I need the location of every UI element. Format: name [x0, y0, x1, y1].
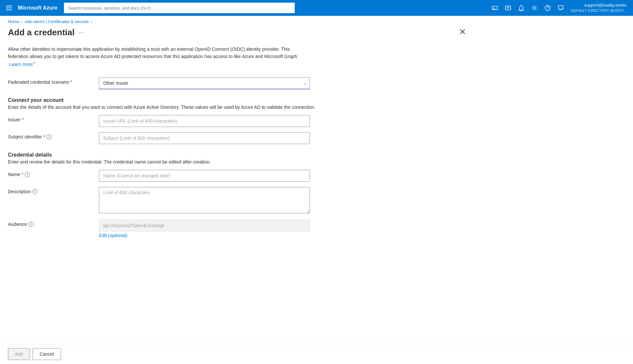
subject-identifier-input-wrapper [99, 132, 310, 144]
subject-info-icon[interactable]: i [46, 134, 52, 139]
page-title: Add a credential [8, 27, 75, 38]
svg-rect-1 [6, 8, 12, 8]
page-description: Allow other identities to impersonate th… [8, 46, 305, 68]
notifications-icon[interactable] [515, 2, 527, 14]
external-link-icon: ↗ [33, 61, 36, 65]
federated-scenario-row: Federated credential scenario * Other is… [8, 77, 467, 89]
federated-scenario-label: Federated credential scenario * [8, 77, 94, 85]
issuer-row: Issuer * [8, 115, 467, 127]
brand-name: Microsoft Azure [18, 5, 57, 11]
connect-account-desc: Enter the details of the account that yo… [8, 105, 467, 110]
audience-input [99, 220, 310, 231]
name-input[interactable] [99, 170, 310, 182]
description-textarea[interactable] [99, 187, 310, 213]
credential-details-title: Credential details [8, 152, 467, 158]
search-input[interactable] [64, 3, 295, 13]
required-star-name: * [21, 172, 23, 177]
cloud-shell-icon[interactable] [489, 2, 501, 14]
required-star-subject: * [44, 134, 45, 139]
audience-info-icon[interactable]: i [28, 222, 34, 227]
credential-details-desc: Enter and review the details for this cr… [8, 159, 467, 165]
settings-icon[interactable] [528, 2, 540, 14]
description-label: Description i [8, 187, 94, 194]
more-options-button[interactable]: ··· [78, 29, 83, 36]
breadcrumb-app[interactable]: oidc-demo | Certificates & secrets [25, 19, 89, 24]
audience-input-wrapper: Edit (optional) [99, 220, 310, 238]
top-navigation: Microsoft Azure [0, 0, 633, 16]
close-button[interactable] [458, 27, 467, 38]
main-content: Add a credential ··· Allow other identit… [0, 27, 475, 271]
user-name: support@buddy.works [584, 3, 626, 8]
description-row: Description i [8, 187, 467, 214]
connect-account-section: Connect your account [8, 97, 467, 103]
name-input-wrapper [99, 170, 310, 182]
required-star-scenario: * [70, 79, 72, 85]
issuer-input[interactable] [99, 115, 310, 127]
hamburger-menu[interactable] [4, 3, 14, 13]
connect-account-title: Connect your account [8, 97, 467, 103]
svg-rect-0 [6, 6, 12, 6]
user-directory: DEFAULT DIRECTORY (BUDDY... [571, 8, 626, 13]
help-icon[interactable] [542, 2, 554, 14]
subject-identifier-input[interactable] [99, 132, 310, 144]
issuer-label: Issuer * [8, 115, 94, 122]
svg-rect-5 [505, 6, 511, 10]
name-row: Name * i [8, 170, 467, 182]
subject-identifier-row: Subject identifier * i [8, 132, 467, 144]
description-textarea-wrapper [99, 187, 310, 214]
svg-rect-2 [6, 10, 12, 10]
name-label: Name * i [8, 170, 94, 177]
edit-optional-link[interactable]: Edit (optional) [99, 233, 310, 238]
learn-more-link[interactable]: Learn more↗ [9, 62, 36, 67]
breadcrumb: Home › oidc-demo | Certificates & secret… [0, 16, 633, 27]
breadcrumb-sep-2: › [91, 19, 92, 24]
svg-point-6 [533, 7, 535, 9]
subject-identifier-label: Subject identifier * i [8, 132, 94, 139]
required-star-issuer: * [22, 117, 23, 122]
federated-scenario-dropdown-wrapper: Other issuer GitHub Actions deploying Az… [99, 77, 310, 89]
page-header: Add a credential ··· [8, 27, 467, 38]
user-profile[interactable]: support@buddy.works DEFAULT DIRECTORY (B… [568, 3, 629, 13]
issuer-input-wrapper [99, 115, 310, 127]
audience-label: Audience i [8, 220, 94, 227]
feedback-icon[interactable] [555, 2, 567, 14]
credential-details-section: Credential details [8, 152, 467, 158]
federated-scenario-select[interactable]: Other issuer GitHub Actions deploying Az… [99, 77, 310, 89]
svg-point-8 [547, 9, 548, 10]
description-info-icon[interactable]: i [32, 189, 38, 194]
audience-row: Audience i Edit (optional) [8, 220, 467, 238]
search-container [64, 3, 295, 13]
name-info-icon[interactable]: i [25, 172, 30, 177]
breadcrumb-home[interactable]: Home [8, 19, 19, 24]
directory-icon[interactable] [502, 2, 514, 14]
breadcrumb-sep-1: › [21, 19, 23, 24]
nav-icons: support@buddy.works DEFAULT DIRECTORY (B… [489, 2, 629, 14]
